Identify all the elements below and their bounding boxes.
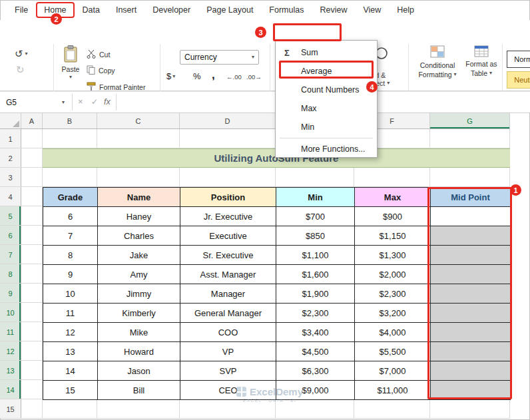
cell-style-neutral[interactable]: Neutral <box>507 71 530 89</box>
cell-name[interactable]: Charles <box>98 226 180 246</box>
menu-item-count-numbers[interactable]: Count Numbers <box>276 81 377 99</box>
row-header-11[interactable]: 11 <box>0 322 21 341</box>
column-header-name[interactable]: Name <box>98 188 180 207</box>
cell-midpoint-selected[interactable] <box>431 284 511 304</box>
cell-position[interactable]: General Manager <box>180 304 276 323</box>
cell-max[interactable]: $4,000 <box>355 323 431 342</box>
cell-midpoint-selected[interactable] <box>431 381 511 400</box>
tab-page-layout[interactable]: Page Layout <box>198 2 261 18</box>
cell-midpoint-selected[interactable] <box>431 265 511 284</box>
insert-function-icon[interactable]: fx <box>104 97 111 106</box>
cell-name[interactable]: Bill <box>98 381 180 400</box>
cell-name[interactable]: Amy <box>98 265 180 284</box>
menu-item-min[interactable]: Min <box>276 118 377 136</box>
cell-max[interactable]: $2,000 <box>355 265 431 284</box>
cell-midpoint-selected[interactable] <box>431 323 511 342</box>
cell-position[interactable]: Executive <box>180 226 276 246</box>
cell-max[interactable]: $900 <box>355 207 431 226</box>
row-header-12[interactable]: 12 <box>0 341 21 361</box>
row-header-9[interactable]: 9 <box>0 284 21 303</box>
percent-style-button[interactable]: % <box>193 71 201 81</box>
cell-name[interactable]: Howard <box>98 342 180 361</box>
cell-position[interactable]: SVP <box>180 361 276 381</box>
enter-icon[interactable]: ✓ <box>91 97 98 106</box>
increase-decimal-button[interactable]: ←.00 <box>226 73 242 81</box>
cell-name[interactable]: Jimmy <box>98 284 180 304</box>
cell-grade[interactable]: 13 <box>43 342 98 361</box>
cell-name[interactable]: Haney <box>98 207 180 226</box>
cell-grade[interactable]: 10 <box>43 284 98 304</box>
row-header-13[interactable]: 13 <box>0 361 21 380</box>
cell-min[interactable]: $4,500 <box>276 342 355 361</box>
cell-max[interactable]: $2,300 <box>355 284 431 304</box>
row-header-14[interactable]: 14 <box>0 380 21 399</box>
menu-item-sum[interactable]: Σ Sum <box>276 43 377 62</box>
cell-max[interactable]: $1,300 <box>355 246 431 265</box>
cell-name[interactable]: Jake <box>98 246 180 265</box>
column-header-mid-point[interactable]: Mid Point <box>431 188 511 207</box>
tab-help[interactable]: Help <box>389 2 422 18</box>
cell-position[interactable]: CEO <box>180 381 276 400</box>
cell-midpoint-selected[interactable] <box>431 361 511 381</box>
row-header-5[interactable]: 5 <box>0 206 21 226</box>
tab-insert[interactable]: Insert <box>108 2 144 18</box>
tab-home[interactable]: Home 2 <box>36 2 74 18</box>
cell-midpoint-selected[interactable] <box>431 226 511 246</box>
tab-formulas[interactable]: Formulas <box>261 2 312 18</box>
name-box[interactable]: G5 ▾ <box>1 94 69 110</box>
cell-grade[interactable]: 9 <box>43 265 98 284</box>
number-format-select[interactable]: Currency ▾ <box>180 50 259 65</box>
column-header-b[interactable]: B <box>43 113 97 128</box>
cell-min[interactable]: $1,100 <box>276 246 355 265</box>
column-header-a[interactable]: A <box>21 113 43 128</box>
cell-max[interactable]: $11,000 <box>355 381 431 400</box>
cell-grade[interactable]: 15 <box>43 381 98 400</box>
comma-style-button[interactable]: , <box>212 69 215 82</box>
row-header-8[interactable]: 8 <box>0 264 21 284</box>
cell-min[interactable]: $1,900 <box>276 284 355 304</box>
row-header-3[interactable]: 3 <box>0 168 21 187</box>
column-header-position[interactable]: Position <box>180 188 276 207</box>
cell-midpoint-selected[interactable] <box>431 246 511 265</box>
cell-grade[interactable]: 6 <box>43 207 98 226</box>
column-header-c[interactable]: C <box>97 113 180 128</box>
conditional-formatting-button[interactable]: Conditional Formatting ▾ <box>411 45 464 79</box>
undo-button[interactable]: ↺ ▾ <box>15 48 28 60</box>
cell-grade[interactable]: 14 <box>43 361 98 381</box>
row-header-1[interactable]: 1 <box>0 129 21 148</box>
cut-button[interactable]: Cut <box>87 49 110 60</box>
row-header-7[interactable]: 7 <box>0 245 21 264</box>
cell-max[interactable]: $5,500 <box>355 342 431 361</box>
column-header-max[interactable]: Max <box>355 188 431 207</box>
cell-position[interactable]: Jr. Executive <box>180 207 276 226</box>
tab-data[interactable]: Data <box>75 2 108 18</box>
menu-item-more-functions[interactable]: More Functions... <box>276 140 377 158</box>
paste-button[interactable]: Paste ▾ <box>56 45 85 80</box>
accounting-format-button[interactable]: $ ▾ <box>166 71 175 81</box>
column-header-min[interactable]: Min <box>276 188 355 207</box>
cell-min[interactable]: $9,000 <box>276 381 355 400</box>
menu-item-average[interactable]: Average <box>276 62 377 81</box>
format-as-table-button[interactable]: Format as Table ▾ <box>461 45 502 77</box>
row-header-2[interactable]: 2 <box>0 148 21 168</box>
cell-name[interactable]: Mike <box>98 323 180 342</box>
cell-min[interactable]: $700 <box>276 207 355 226</box>
tab-review[interactable]: Review <box>312 2 355 18</box>
cell-position[interactable]: Manager <box>180 284 276 304</box>
row-header-4[interactable]: 4 <box>0 187 21 206</box>
cell-midpoint-selected[interactable] <box>431 304 511 323</box>
cell-max[interactable]: $3,200 <box>355 304 431 323</box>
tab-developer[interactable]: Developer <box>144 2 198 18</box>
cell-grade[interactable]: 12 <box>43 323 98 342</box>
cell-min[interactable]: $1,600 <box>276 265 355 284</box>
cell-position[interactable]: Asst. Manager <box>180 265 276 284</box>
row-header-6[interactable]: 6 <box>0 226 21 245</box>
cell-midpoint-active[interactable] <box>431 207 511 226</box>
tab-view[interactable]: View <box>355 2 389 18</box>
tab-file[interactable]: File <box>7 2 36 18</box>
cell-name[interactable]: Jason <box>98 361 180 381</box>
row-header-10[interactable]: 10 <box>0 303 21 322</box>
cell-max[interactable]: $7,000 <box>355 361 431 381</box>
menu-item-max[interactable]: Max <box>276 99 377 118</box>
column-header-grade[interactable]: Grade <box>43 188 98 207</box>
